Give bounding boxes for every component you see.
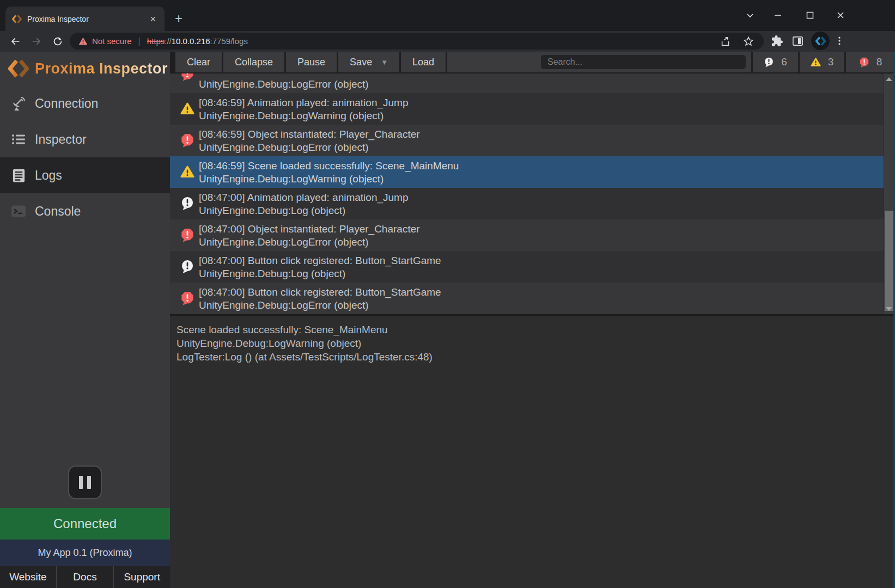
log-message: [08:47:00] Animation played: animation_J…	[199, 192, 408, 204]
new-tab-button[interactable]: +	[170, 10, 187, 27]
log-message: [08:47:00] Button click registered: Butt…	[199, 286, 441, 298]
sidebar-footer: WebsiteDocsSupport	[0, 566, 170, 588]
log-source: UnityEngine.Debug:Log (object)	[199, 268, 345, 280]
save-button[interactable]: Save▼	[338, 52, 399, 72]
log-row[interactable]: [08:47:00] Button click registered: Butt…	[170, 251, 895, 283]
sidebar-item-label: Inspector	[35, 132, 87, 147]
extensions-puzzle-icon[interactable]	[769, 33, 784, 48]
bookmark-star-icon[interactable]	[742, 35, 755, 48]
tab-strip: Proxima Inspector × +	[0, 0, 895, 31]
button-label: Collapse	[235, 57, 273, 68]
log-source: UnityEngine.Debug:LogError (object)	[199, 299, 369, 311]
satellite-icon	[10, 95, 27, 112]
brand: Proxima Inspector	[0, 52, 170, 85]
pause-button[interactable]: Pause	[286, 52, 337, 72]
url-scheme-separator: ://	[165, 36, 172, 46]
detail-line: LogTester:Log () (at Assets/TestScripts/…	[176, 350, 888, 364]
log-source: UnityEngine.Debug:Log (object)	[199, 205, 345, 217]
log-source: UnityEngine.Debug:LogWarning (object)	[199, 173, 383, 185]
logs-toolbar: ClearCollapsePauseSave▼Load 6 3 8	[170, 52, 895, 74]
search-input[interactable]	[541, 55, 746, 69]
log-row[interactable]: UnityEngine.Debug:LogError (object)	[170, 74, 895, 93]
log-row[interactable]: [08:46:59] Object instantiated: Player_C…	[170, 125, 895, 156]
clear-button[interactable]: Clear	[175, 52, 222, 72]
sidebar-item-logs[interactable]: Logs	[0, 157, 170, 193]
info-count: 6	[781, 56, 787, 68]
window-close-icon[interactable]	[830, 4, 851, 26]
brand-proxima-diamond-icon	[8, 58, 29, 79]
tab-close-icon[interactable]: ×	[148, 14, 158, 24]
log-row-selected[interactable]: [08:46:59] Scene loaded successfully: Sc…	[170, 156, 895, 188]
not-secure-label[interactable]: Not secure	[92, 36, 132, 46]
warning-triangle-icon	[180, 102, 194, 116]
sidebar-item-label: Console	[35, 204, 81, 219]
collapse-button[interactable]: Collapse	[223, 52, 284, 72]
log-row[interactable]: [08:46:59] Animation played: animation_J…	[170, 93, 895, 125]
scrollbar-up-arrow-icon[interactable]	[884, 75, 894, 83]
window-maximize-icon[interactable]	[799, 4, 821, 26]
tab-proxima-inspector[interactable]: Proxima Inspector ×	[5, 7, 165, 31]
list-icon	[10, 131, 27, 148]
forward-button[interactable]	[28, 33, 45, 50]
search-area	[447, 52, 751, 72]
button-label: Save	[350, 57, 372, 68]
scrollbar-down-arrow-icon[interactable]	[884, 304, 894, 313]
footer-link-docs[interactable]: Docs	[56, 566, 113, 588]
window-minimize-icon[interactable]	[767, 4, 789, 26]
error-count-badge[interactable]: 8	[846, 52, 895, 72]
info-bubble-icon	[764, 57, 774, 68]
window-chevron-down-icon[interactable]	[739, 4, 761, 26]
log-message: [08:47:00] Button click registered: Butt…	[199, 255, 441, 267]
sidebar-item-console[interactable]: Console	[0, 193, 170, 229]
warning-count-badge[interactable]: 3	[800, 52, 844, 72]
url-scheme: https	[147, 36, 165, 46]
load-button[interactable]: Load	[401, 52, 446, 72]
detail-line: Scene loaded successfully: Scene_MainMen…	[176, 323, 888, 336]
log-row[interactable]: [08:47:00] Object instantiated: Player_C…	[170, 219, 895, 251]
caret-down-icon[interactable]: ▼	[381, 58, 388, 66]
sidebar: Proxima Inspector Connection Inspector L…	[0, 52, 170, 588]
document-icon	[10, 167, 27, 183]
warning-triangle-icon	[811, 57, 821, 68]
sidebar-item-connection[interactable]: Connection	[0, 85, 170, 121]
reload-button[interactable]	[50, 33, 66, 50]
log-list-scrollbar[interactable]	[884, 74, 894, 314]
profile-avatar-proxima-icon[interactable]	[811, 32, 830, 50]
detail-line: UnityEngine.Debug:LogWarning (object)	[176, 336, 888, 350]
warning-triangle-icon	[180, 165, 194, 179]
browser-window: Proxima Inspector × +	[0, 0, 895, 588]
log-source: UnityEngine.Debug:LogError (object)	[199, 142, 369, 154]
button-label: Clear	[187, 57, 210, 68]
error-count: 8	[876, 56, 882, 68]
log-row[interactable]: [08:47:00] Animation played: animation_J…	[170, 188, 895, 219]
address-bar[interactable]: Not secure | https://10.0.0.216:7759/log…	[70, 33, 764, 50]
back-button[interactable]	[7, 33, 23, 50]
log-message: [08:46:59] Animation played: animation_J…	[199, 97, 408, 109]
share-icon[interactable]	[719, 35, 732, 48]
tab-favicon-proxima-diamond-icon	[12, 14, 22, 24]
app-info-bar: My App 0.1 (Proxima)	[0, 540, 170, 566]
scrollbar-thumb[interactable]	[885, 211, 893, 311]
log-row[interactable]: [08:47:00] Button click registered: Butt…	[170, 283, 895, 314]
sidebar-item-label: Logs	[35, 168, 62, 183]
info-bubble-icon	[180, 197, 194, 211]
info-count-badge[interactable]: 6	[753, 52, 798, 72]
url-host: 10.0.0.216	[172, 36, 210, 46]
side-panel-icon[interactable]	[790, 33, 805, 48]
browser-menu-kebab-icon[interactable]	[832, 33, 847, 48]
footer-link-support[interactable]: Support	[113, 566, 170, 588]
log-message: [08:46:59] Scene loaded successfully: Sc…	[199, 160, 459, 172]
footer-link-website[interactable]: Website	[0, 566, 56, 588]
log-detail-pane: Scene loaded successfully: Scene_MainMen…	[170, 314, 895, 588]
error-bubble-icon	[859, 57, 869, 68]
sidebar-pause-button[interactable]	[68, 465, 102, 499]
button-label: Pause	[297, 57, 325, 68]
log-list: UnityEngine.Debug:LogError (object) [08:…	[170, 74, 895, 314]
sidebar-item-inspector[interactable]: Inspector	[0, 121, 170, 157]
warning-count: 3	[828, 56, 834, 68]
button-label: Load	[412, 57, 434, 68]
brand-name: Proxima Inspector	[35, 60, 168, 77]
terminal-icon	[10, 203, 27, 219]
not-secure-warning-icon	[78, 37, 88, 45]
error-bubble-icon	[180, 74, 194, 81]
